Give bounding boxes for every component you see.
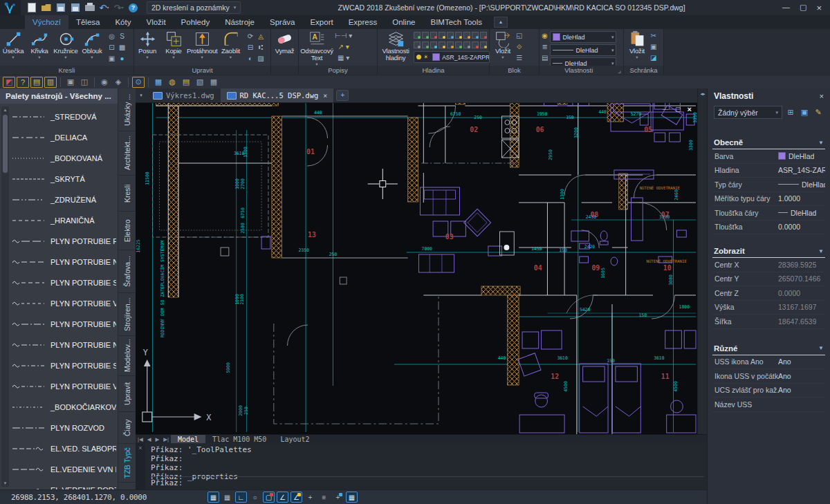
mtext-button[interactable]: A Odstavcový Text▾ xyxy=(299,29,335,66)
rectangle-icon[interactable]: ▣ xyxy=(107,53,117,64)
panel-label-kresli[interactable]: Kresli xyxy=(0,66,133,75)
stretch-button[interactable]: Protáhnout▾ xyxy=(187,29,217,59)
grid-icon[interactable]: ▦ xyxy=(208,492,219,503)
array-icon[interactable]: ⑆ xyxy=(255,42,266,53)
dimension-icon[interactable]: ⊢⊣ ▾ xyxy=(335,31,352,41)
last-layout-icon[interactable]: ▶| xyxy=(161,436,171,442)
palette-tab-upravit[interactable]: Upravit xyxy=(118,376,136,412)
palette-item-plyn-potrubie-nt-nadz[interactable]: PLYN POTRUBIE NT NADZ xyxy=(12,335,116,355)
palette-item-el-vedenie-podz[interactable]: EL.VEDENIE PODZ xyxy=(12,480,116,489)
layer-tool-icon[interactable] xyxy=(472,41,479,48)
database-icon[interactable]: ◍ xyxy=(166,77,178,88)
table-icon[interactable]: ▦ ▾ xyxy=(335,53,352,63)
layer-tool-icon[interactable] xyxy=(447,32,454,39)
palette-item-plyn-potrubie-vt-nadz[interactable]: PLYN POTRUBIE VT NADZ xyxy=(12,376,116,397)
layer-tool-icon[interactable] xyxy=(422,41,429,48)
ribbon-tab-k-ty[interactable]: Kóty xyxy=(107,15,138,29)
ribbon-tab-n-stroje[interactable]: Nástroje xyxy=(217,15,262,29)
property-row-barva[interactable]: BarvaDleHlad xyxy=(712,149,825,164)
layout-tab-layout2[interactable]: Layout2 xyxy=(273,435,316,444)
palette-item-plyn-potrubie-vt-podz[interactable]: PLYN POTRUBIE VT PODZ xyxy=(12,293,116,314)
quick-properties-icon[interactable]: ≡ xyxy=(318,492,330,503)
layer-properties-button[interactable]: Vlastnosti hladiny xyxy=(378,29,414,62)
command-close-icon[interactable]: × xyxy=(138,445,142,451)
quick-select-icon[interactable]: ⊞ xyxy=(785,107,796,118)
workspace-switcher[interactable]: 2D kreslení a poznámky ▾ xyxy=(147,1,241,14)
panel-label-hladina[interactable]: Hladina xyxy=(378,66,489,75)
scale-icon[interactable]: ◐ xyxy=(245,53,255,64)
ribbon-tab-spr-va[interactable]: Správa xyxy=(262,15,302,29)
properties-close-icon[interactable]: × xyxy=(820,92,824,100)
property-row-hladina[interactable]: HladinaASR_14S-ZARPRED... xyxy=(712,164,825,178)
toggle-pickadd-icon[interactable]: ✎ xyxy=(813,107,824,118)
chevron-down-icon[interactable]: ▼ xyxy=(818,140,824,146)
palette-item-skryt[interactable]: _SKRYTÁ xyxy=(12,169,116,189)
palette-item-plyn-rozvod[interactable]: PLYN ROZVOD xyxy=(12,418,116,438)
polar-track-icon[interactable]: ∠ xyxy=(290,492,302,503)
linetype-list-icon[interactable]: ≣ xyxy=(542,42,548,52)
ribbon-tab-v-choz[interactable]: Výchozí xyxy=(25,15,68,29)
tab-menu-icon[interactable]: ▾ xyxy=(136,93,147,98)
linetype-dropdown[interactable]: DleHlad▾ xyxy=(550,44,616,56)
property-row-m-tko-typu-ry[interactable]: Měřítko typu čáry1.0000 xyxy=(712,192,825,207)
doc-minimize-icon[interactable]: — xyxy=(663,106,669,113)
property-row-ikona-uss-v-po-tku[interactable]: Ikona USS v počátkuAno xyxy=(712,369,825,384)
palette-tab-tzb-typ[interactable]: TZB Typč xyxy=(118,444,136,483)
palette-item-el-ved-slabopr-d-podz[interactable]: EL.VED. SLABOPRÚD PODZ xyxy=(12,438,116,459)
property-row-uss-ikona-ano[interactable]: USS ikona AnoAno xyxy=(712,355,825,370)
ribbon-tab-express[interactable]: Express xyxy=(341,15,385,29)
plot-icon[interactable]: ◫ xyxy=(78,77,91,88)
panel-label-blok[interactable]: Blok xyxy=(490,66,539,75)
selection-dropdown[interactable]: Žádný výběr▾ xyxy=(714,106,782,119)
panel-launcher-icon[interactable]: ⌟ xyxy=(618,66,621,75)
palette-tab-rafova[interactable]: Šrafova... xyxy=(118,250,136,293)
ribbon-tab-bimtech-tools[interactable]: BIMTech Tools xyxy=(423,15,490,29)
command-line-panel[interactable]: × Příkaz: '_ToolPalettes Příkaz: Příkaz:… xyxy=(136,443,707,489)
panel-label-popisy[interactable]: Popisy xyxy=(299,66,377,75)
print-icon[interactable] xyxy=(84,3,95,12)
copy-button[interactable]: Kopie▾ xyxy=(160,29,187,59)
layer-tool-icon[interactable] xyxy=(463,41,470,48)
palette-item-plyn-potrubie-nadz[interactable]: PLYN POTRUBIE NADZ xyxy=(12,314,116,335)
palette-item-deliaca[interactable]: _DELIACA xyxy=(12,127,116,148)
palette-tab-kresli[interactable]: Kresli xyxy=(118,176,136,212)
tab-close-icon[interactable]: × xyxy=(323,92,327,100)
palette-tab-uk-zky[interactable]: Ukázky ... xyxy=(118,88,136,131)
attributes-icon[interactable]: ☰ xyxy=(516,53,522,63)
layer-tool-icon[interactable] xyxy=(414,32,421,39)
layer-dropdown[interactable]: ☀ ASR_14S-ZARPREDMI ▾ xyxy=(414,51,490,63)
trim-icon[interactable]: ▨ xyxy=(255,53,266,64)
property-row-typ-ry[interactable]: Typ čáryDleHlad xyxy=(712,178,825,192)
prev-layout-icon[interactable]: ◀ xyxy=(145,436,154,442)
drawing-tab-v-kres1-dwg[interactable]: Výkres1.dwg xyxy=(147,88,221,102)
select-objects-icon[interactable]: ▣ xyxy=(799,107,810,118)
bimtech-table-icon[interactable]: ▤ xyxy=(30,77,43,88)
polar-icon[interactable]: ○ xyxy=(249,492,261,503)
redo-icon[interactable]: ↷▾ xyxy=(113,3,124,12)
match-properties-icon[interactable]: ◪ xyxy=(650,53,656,63)
drawing-tab-rd-kac-5-dsp-dwg[interactable]: RD KAC...5 DSP.dwg× xyxy=(221,88,334,102)
point-add-icon[interactable]: + xyxy=(332,492,344,503)
fillet-button[interactable]: Zaoblit▾ xyxy=(217,29,243,59)
table-gray-icon[interactable]: ▦ xyxy=(208,77,220,88)
save-all-icon[interactable] xyxy=(70,3,80,12)
floor-plan[interactable]: Y X 01020605130308070409101211 361044044… xyxy=(136,88,697,434)
scroll-thumb[interactable] xyxy=(3,115,8,173)
otrack-icon[interactable]: ∠ xyxy=(277,492,288,503)
rotate-icon[interactable]: ⟳ xyxy=(245,31,255,42)
layer-tool-icon[interactable] xyxy=(414,41,421,48)
ribbon-tab-t-lesa[interactable]: Tělesa xyxy=(68,15,108,29)
minimize-icon[interactable]: — xyxy=(782,3,790,13)
save-icon[interactable] xyxy=(55,3,66,12)
sheet-icon[interactable]: ▧ xyxy=(194,77,206,88)
property-row-tlou-ka[interactable]: Tloušťka0.0000 xyxy=(712,221,825,235)
chevron-down-icon[interactable]: ▼ xyxy=(818,345,824,351)
scroll-down-icon[interactable]: ▼ xyxy=(1,480,9,487)
palette-item-plyn-potrubie-podz[interactable]: PLYN POTRUBIE PODZ xyxy=(12,231,116,252)
property-row-n-zev-uss[interactable]: Název USS xyxy=(712,398,825,412)
ribbon-tab-export[interactable]: Export xyxy=(302,15,340,29)
maximize-icon[interactable]: ▢ xyxy=(800,3,806,13)
property-row-v-ka[interactable]: Výška13167.1697 xyxy=(712,301,825,315)
first-layout-icon[interactable]: |◀ xyxy=(136,436,145,442)
grid-panel-icon[interactable]: ▦ xyxy=(152,77,165,88)
